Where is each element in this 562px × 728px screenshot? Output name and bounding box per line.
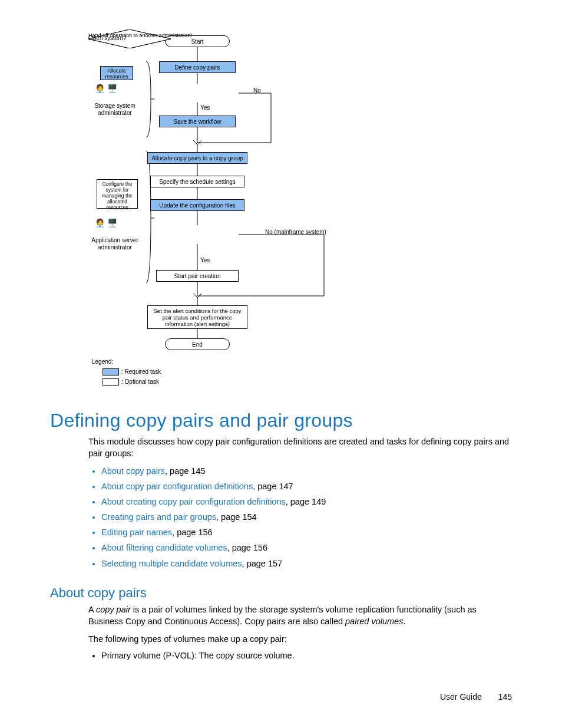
flowchart-diagram: Start Define copy pairs Hand off operati… [88, 29, 395, 395]
link-page-ref: , page 147 [253, 482, 293, 491]
subsection-heading: About copy pairs [50, 585, 147, 601]
legend-required-swatch [103, 368, 119, 375]
flowchart-save-workflow-label: Save the workflow [173, 118, 221, 125]
link-about-creating-defs[interactable]: About creating copy pair configuration d… [101, 497, 286, 506]
list-item: About copy pair configuration definition… [101, 479, 512, 494]
flowchart-allocate-pairs-box: Allocate copy pairs to a copy group [147, 152, 247, 164]
primary-volume-bullet: Primary volume (P-VOL): The copy source … [101, 651, 295, 660]
flowchart-legend-required: : Required task [103, 368, 161, 375]
link-page-ref: , page 156 [172, 528, 213, 537]
flowchart-update-config-label: Update the configuration files [159, 202, 236, 209]
flowchart-allocate-pairs-label: Allocate copy pairs to a copy group [151, 155, 243, 162]
flowchart-end-terminal: End [165, 338, 230, 350]
flowchart-storage-admin-label: Storage system administrator [88, 103, 141, 116]
flowchart-handoff-no-label: No [253, 87, 261, 94]
page-footer: User Guide 145 [440, 692, 512, 701]
footer-guide-label: User Guide [440, 692, 482, 701]
intro-paragraph: This module discusses how copy pair conf… [88, 436, 512, 459]
link-page-ref: , page 157 [242, 559, 283, 568]
link-editing-names[interactable]: Editing pair names [101, 528, 172, 537]
flowchart-start-pair-box: Start pair creation [156, 270, 239, 282]
list-item: Editing pair names, page 156 [101, 525, 512, 540]
flowchart-define-pairs-label: Define copy pairs [174, 64, 220, 71]
list-item: About copy pairs, page 145 [101, 463, 512, 479]
list-item: About filtering candidate volumes, page … [101, 540, 512, 555]
link-page-ref: , page 154 [216, 512, 257, 522]
link-selecting-volumes[interactable]: Selecting multiple candidate volumes [101, 559, 242, 568]
flowchart-allocate-resources-label: Allocate resources [105, 68, 128, 80]
flowchart-legend-optional: : Optional task [103, 378, 159, 386]
flowchart-alert-label: Set the alert conditions for the copy pa… [150, 308, 244, 327]
flowchart-configure-system-label: Configure the system for managing the al… [102, 181, 133, 210]
para1-suffix: . [403, 617, 405, 626]
flowchart-save-workflow-box: Save the workflow [159, 116, 236, 127]
flowchart-define-pairs-box: Define copy pairs [159, 61, 236, 73]
flowchart-lines [88, 29, 395, 395]
list-item: Selecting multiple candidate volumes, pa… [101, 556, 512, 571]
para1-mid: is a pair of volumes linked by the stora… [88, 605, 477, 626]
link-page-ref: , page 149 [286, 497, 326, 506]
flowchart-allocate-resources-box: Allocate resources [100, 66, 133, 80]
link-about-copy-pairs[interactable]: About copy pairs [101, 466, 165, 476]
flowchart-open-system-no-label: No (mainframe system) [265, 229, 326, 235]
person-server-icons-2: 🧑‍💼 🖥️ [88, 218, 124, 228]
para1-prefix: A [88, 605, 96, 614]
section-heading: Defining copy pairs and pair groups [50, 410, 353, 431]
link-about-config-defs[interactable]: About copy pair configuration definition… [101, 482, 253, 491]
flowchart-alert-box: Set the alert conditions for the copy pa… [147, 305, 247, 329]
person-server-icons-1: 🧑‍💼 🖥️ [88, 84, 124, 93]
list-item: Primary volume (P-VOL): The copy source … [101, 650, 512, 663]
flowchart-start-pair-label: Start pair creation [174, 273, 221, 279]
flowchart-open-system-label: Open system? [88, 35, 395, 41]
flowchart-legend-title: Legend: [92, 358, 113, 365]
document-page: Start Define copy pairs Hand off operati… [0, 0, 562, 728]
footer-page-number: 145 [498, 692, 512, 701]
link-page-ref: , page 145 [165, 466, 206, 476]
list-item: About creating copy pair configuration d… [101, 494, 512, 509]
para1-term: copy pair [96, 605, 131, 614]
copy-pair-definition-paragraph: A copy pair is a pair of volumes linked … [88, 604, 512, 627]
flowchart-schedule-label: Specify the schedule settings [159, 179, 236, 185]
flowchart-schedule-box: Specify the schedule settings [150, 176, 244, 187]
link-page-ref: , page 156 [227, 543, 268, 552]
topic-link-list: About copy pairs, page 145 About copy pa… [88, 463, 512, 571]
list-item: Creating pairs and pair groups, page 154 [101, 509, 512, 525]
legend-optional-label: : Optional task [121, 378, 159, 385]
flowchart-end-label: End [192, 341, 203, 348]
legend-optional-swatch [103, 378, 119, 386]
legend-required-label: : Required task [121, 368, 161, 375]
volume-types-intro: The following types of volumes make up a… [88, 634, 512, 645]
link-creating-pairs[interactable]: Creating pairs and pair groups [101, 512, 216, 522]
flowchart-open-system-yes-label: Yes [200, 257, 210, 263]
link-filtering-volumes[interactable]: About filtering candidate volumes [101, 543, 227, 552]
para1-term2: paired volumes [345, 617, 403, 626]
flowchart-update-config-box: Update the configuration files [150, 199, 244, 211]
flowchart-handoff-yes-label: Yes [200, 104, 210, 111]
volume-types-list: Primary volume (P-VOL): The copy source … [88, 650, 512, 663]
flowchart-app-server-admin-label: Application server administrator [88, 237, 141, 251]
flowchart-configure-system-box: Configure the system for managing the al… [97, 179, 138, 209]
